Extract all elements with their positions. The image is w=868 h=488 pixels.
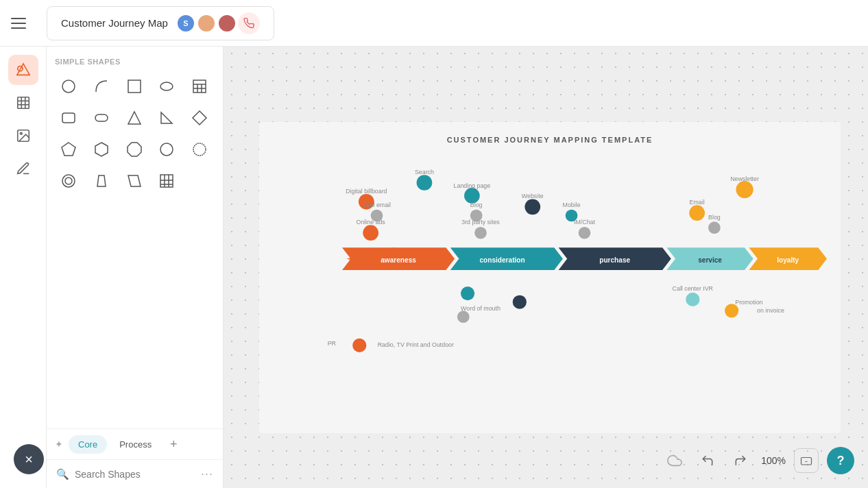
- svg-text:service: service: [698, 256, 722, 264]
- svg-text:PR: PR: [328, 340, 336, 347]
- fab-close-button[interactable]: ×: [14, 444, 44, 474]
- redo-button[interactable]: [728, 448, 753, 473]
- svg-text:Online ads: Online ads: [357, 219, 386, 225]
- document-title: Customer Journey Map: [61, 17, 168, 29]
- table-shape[interactable]: [186, 73, 213, 100]
- svg-point-50: [363, 225, 378, 241]
- svg-text:Email: Email: [690, 199, 705, 206]
- search-more-button[interactable]: ···: [201, 467, 213, 481]
- svg-text:consideration: consideration: [479, 256, 525, 264]
- sparkle-icon[interactable]: ✦: [55, 439, 63, 450]
- svg-rect-10: [128, 80, 141, 93]
- svg-text:on invoice: on invoice: [757, 307, 784, 314]
- svg-text:purchase: purchase: [599, 256, 630, 264]
- call-button[interactable]: [238, 12, 260, 34]
- svg-point-28: [65, 178, 72, 184]
- octagon-shape[interactable]: [121, 136, 148, 163]
- svg-rect-12: [193, 80, 206, 93]
- shapes-panel: SIMPLE SHAPES ✦: [47, 47, 224, 488]
- arc-shape[interactable]: [88, 73, 115, 100]
- svg-point-58: [736, 181, 753, 198]
- title-badge: Customer Journey Map S: [47, 6, 274, 40]
- svg-point-80: [352, 339, 366, 352]
- svg-point-27: [62, 175, 75, 187]
- frame-tool-button[interactable]: [8, 88, 38, 118]
- svg-text:Call center IVR: Call center IVR: [673, 285, 713, 292]
- svg-text:Landing page: Landing page: [454, 182, 491, 189]
- svg-text:Radio, TV Print and Outdoor: Radio, TV Print and Outdoor: [378, 341, 454, 348]
- keyboard-shortcuts-button[interactable]: [794, 448, 819, 473]
- simple-shapes-label: SIMPLE SHAPES: [55, 58, 215, 66]
- svg-point-36: [417, 175, 433, 191]
- svg-marker-20: [161, 112, 172, 123]
- svg-text:loyalty: loyalty: [777, 256, 799, 264]
- draw-tool-button[interactable]: [8, 154, 38, 184]
- svg-text:Search: Search: [415, 169, 434, 175]
- tab-process[interactable]: Process: [110, 435, 161, 454]
- svg-text:3rd party sites: 3rd party sites: [461, 219, 500, 225]
- ellipse-shape[interactable]: [153, 73, 180, 100]
- avatar-b: [217, 14, 237, 33]
- svg-text:awareness: awareness: [381, 256, 416, 264]
- svg-point-73: [461, 286, 474, 300]
- nonagon-shape[interactable]: [186, 136, 213, 163]
- image-tool-button[interactable]: [8, 121, 38, 151]
- journey-map-svg: Search Digital billboard Landing page Vi…: [273, 155, 827, 418]
- circle-shape[interactable]: [55, 73, 82, 100]
- right-triangle-shape[interactable]: [153, 104, 180, 132]
- svg-text:Promotion: Promotion: [735, 300, 762, 306]
- svg-text:Blog: Blog: [708, 214, 721, 221]
- svg-marker-30: [128, 175, 141, 186]
- add-library-button[interactable]: +: [164, 435, 183, 454]
- svg-rect-2: [17, 97, 29, 109]
- svg-marker-0: [16, 64, 29, 75]
- svg-point-46: [525, 199, 540, 215]
- svg-point-75: [686, 293, 699, 306]
- svg-point-9: [62, 80, 75, 93]
- svg-point-60: [708, 221, 721, 234]
- rounded-rect-shape[interactable]: [55, 104, 82, 132]
- svg-marker-24: [128, 143, 141, 156]
- svg-point-11: [160, 82, 173, 90]
- shapes-tool-button[interactable]: [8, 55, 38, 85]
- svg-point-25: [160, 143, 173, 156]
- help-button[interactable]: ?: [827, 447, 854, 474]
- hexagon-shape[interactable]: [88, 136, 115, 163]
- grid-shape[interactable]: [153, 167, 180, 195]
- collaborators-avatars: S: [176, 12, 260, 34]
- svg-point-77: [457, 310, 470, 323]
- svg-point-56: [689, 205, 705, 221]
- ring-shape[interactable]: [55, 167, 82, 195]
- avatar-s: S: [176, 14, 195, 33]
- svg-marker-19: [128, 112, 141, 124]
- svg-marker-21: [193, 111, 206, 125]
- svg-text:Website: Website: [522, 193, 544, 199]
- heptagon-shape[interactable]: [153, 136, 180, 163]
- search-shapes-input[interactable]: [75, 469, 195, 480]
- svg-rect-85: [801, 458, 812, 465]
- svg-rect-18: [95, 114, 108, 121]
- svg-marker-22: [62, 143, 75, 156]
- pentagon-shape[interactable]: [55, 136, 82, 163]
- svg-rect-17: [62, 113, 75, 123]
- menu-button[interactable]: [11, 11, 36, 36]
- triangle-shape[interactable]: [121, 104, 148, 132]
- svg-text:Word of mouth: Word of mouth: [461, 305, 501, 312]
- square-shape[interactable]: [121, 73, 148, 100]
- tab-core[interactable]: Core: [69, 435, 107, 454]
- svg-text:Viral email: Viral email: [363, 202, 391, 208]
- parallelogram-shape[interactable]: [121, 167, 148, 195]
- save-cloud-button[interactable]: [662, 448, 687, 473]
- diamond-shape[interactable]: [186, 104, 213, 132]
- trapezoid-shape[interactable]: [88, 167, 115, 195]
- bottom-bar: 100% ?: [662, 447, 854, 474]
- undo-button[interactable]: [695, 448, 720, 473]
- svg-point-8: [20, 132, 22, 134]
- svg-text:Digital billboard: Digital billboard: [346, 188, 387, 195]
- avatar-a: [197, 14, 216, 33]
- svg-text:IM/Chat: IM/Chat: [574, 219, 595, 225]
- zoom-level: 100%: [761, 455, 786, 466]
- header: Customer Journey Map S: [0, 0, 868, 47]
- stadium-shape[interactable]: [88, 104, 115, 132]
- svg-point-54: [579, 227, 591, 239]
